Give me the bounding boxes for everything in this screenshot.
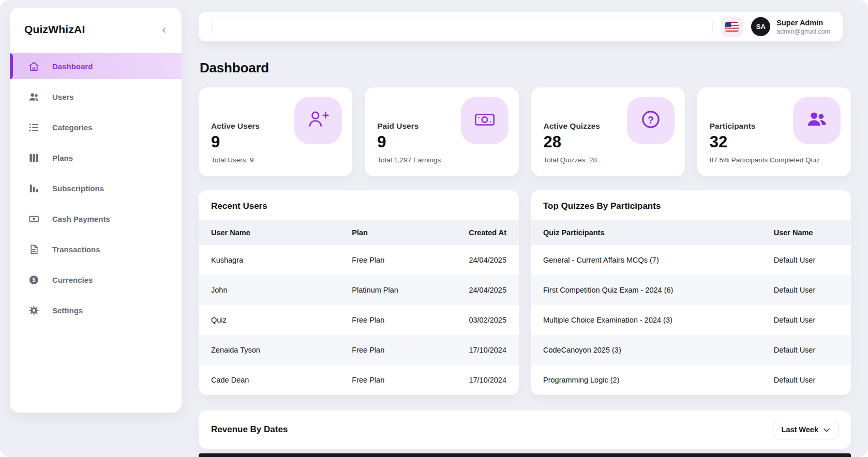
sidebar-item-label: Cash Payments <box>52 215 110 223</box>
language-selector[interactable] <box>721 17 743 37</box>
column-header: Quiz Participants <box>531 220 761 245</box>
table-header-row: Quiz Participants User Name <box>531 220 851 245</box>
table-row: CodeCanoyon 2025 (3) Default User <box>531 335 851 365</box>
cell-quiz-name: CodeCanoyon 2025 (3) <box>531 335 761 365</box>
tables-row: Recent Users User Name Plan Created At K… <box>199 190 851 395</box>
sidebar-item-plans[interactable]: Plans <box>10 145 182 171</box>
column-header: Plan <box>339 220 439 245</box>
sidebar: QuizWhizAI ‹ Dashboard Users <box>10 8 182 413</box>
revenue-title: Revenue By Dates <box>211 424 288 435</box>
chart-bars-icon <box>28 182 40 194</box>
banknote-icon <box>473 108 497 133</box>
sidebar-item-cash-payments[interactable]: Cash Payments <box>10 206 182 232</box>
stat-subtext: 87.5% Participants Completed Quiz <box>710 156 839 164</box>
table-row: General - Current Affairs MCQs (7) Defau… <box>531 245 851 275</box>
table-row: Zenaida Tyson Free Plan 17/10/2024 <box>199 335 519 365</box>
cell-plan: Free Plan <box>339 245 439 275</box>
stat-subtext: Total 1,297 Earnings <box>377 156 506 164</box>
page-title: Dashboard <box>200 60 851 76</box>
list-icon <box>28 121 40 133</box>
cell-plan: Free Plan <box>339 365 439 395</box>
table-row: Programming Logic (2) Default User <box>531 365 851 395</box>
users-icon <box>28 91 40 103</box>
svg-text:$: $ <box>33 277 36 283</box>
sidebar-item-subscriptions[interactable]: Subscriptions <box>10 175 182 201</box>
sidebar-collapse-button[interactable]: ‹ <box>160 23 168 36</box>
user-plus-icon <box>306 108 330 133</box>
stat-card-active-quizzes: ? Active Quizzes 28 Total Quizzes: 28 <box>531 87 685 176</box>
sidebar-item-label: Subscriptions <box>52 184 104 193</box>
dollar-circle-icon: $ <box>28 274 40 286</box>
cell-plan: Platinum Plan <box>339 275 439 305</box>
sidebar-item-users[interactable]: Users <box>10 84 182 110</box>
stat-card-paid-users: Paid Users 9 Total 1,297 Earnings <box>365 87 518 176</box>
stat-icon-tile <box>461 97 508 144</box>
table-row: First Competition Quiz Exam - 2024 (6) D… <box>531 275 851 305</box>
people-group-icon <box>805 108 829 133</box>
cell-user-name: Default User <box>761 245 851 275</box>
sidebar-item-settings[interactable]: Settings <box>10 297 182 323</box>
table-row: Multiple Choice Examination - 2024 (3) D… <box>531 305 851 335</box>
content: Dashboard Active Users 9 Total Users: 9 <box>182 41 851 457</box>
cell-quiz-name: First Competition Quiz Exam - 2024 (6) <box>531 275 761 305</box>
chevron-left-icon: ‹ <box>162 22 166 36</box>
revenue-chart-edge <box>199 453 851 457</box>
table-header-row: User Name Plan Created At <box>199 220 519 245</box>
table-row: Kushagra Free Plan 24/04/2025 <box>199 245 519 275</box>
sidebar-item-label: Users <box>52 93 74 101</box>
cell-user-name: Kushagra <box>199 245 339 275</box>
cell-plan: Free Plan <box>339 305 439 335</box>
column-header: Created At <box>439 220 519 245</box>
stat-icon-tile: ? <box>627 97 675 144</box>
stat-subtext: Total Users: 9 <box>211 156 340 164</box>
gear-icon <box>28 304 40 316</box>
profile-email: admin@gmail.com <box>776 28 830 35</box>
date-range-dropdown[interactable]: Last Week <box>773 420 839 439</box>
sidebar-item-currencies[interactable]: $ Currencies <box>10 267 182 293</box>
cell-created-at: 17/10/2024 <box>439 365 519 395</box>
sidebar-item-label: Currencies <box>52 276 93 284</box>
profile-menu[interactable]: SA Super Admin admin@gmail.com <box>751 17 830 36</box>
stat-icon-tile <box>793 97 841 144</box>
sidebar-header: QuizWhizAI ‹ <box>10 8 182 40</box>
table-row: Quiz Free Plan 03/02/2025 <box>199 305 519 335</box>
columns-icon <box>28 152 40 164</box>
top-quizzes-table: Quiz Participants User Name General - Cu… <box>531 220 851 395</box>
sidebar-item-transactions[interactable]: Transactions <box>10 236 182 262</box>
sidebar-item-categories[interactable]: Categories <box>10 114 182 140</box>
profile-name: Super Admin <box>776 19 830 27</box>
stat-card-active-users: Active Users 9 Total Users: 9 <box>199 87 352 176</box>
recent-users-title: Recent Users <box>199 190 519 220</box>
table-row: Cade Dean Free Plan 17/10/2024 <box>199 365 519 395</box>
question-circle-icon: ? <box>639 108 663 133</box>
cell-user-name: Zenaida Tyson <box>199 335 339 365</box>
sidebar-item-dashboard[interactable]: Dashboard <box>10 53 182 79</box>
cell-quiz-name: Multiple Choice Examination - 2024 (3) <box>531 305 761 335</box>
chevron-down-icon <box>824 425 830 434</box>
column-header: User Name <box>761 220 851 245</box>
cell-user-name: Cade Dean <box>199 365 339 395</box>
home-icon <box>28 60 40 72</box>
cell-created-at: 03/02/2025 <box>439 305 519 335</box>
main-area: SA Super Admin admin@gmail.com Dashboard <box>182 0 851 457</box>
revenue-card: Revenue By Dates Last Week <box>199 410 851 449</box>
sidebar-nav: Dashboard Users Categories Plans <box>10 53 182 323</box>
cell-plan: Free Plan <box>339 335 439 365</box>
us-flag-icon <box>725 22 739 32</box>
sidebar-item-label: Settings <box>52 306 83 315</box>
cell-user-name: Default User <box>761 335 851 365</box>
stat-icon-tile <box>294 97 342 144</box>
topbar: SA Super Admin admin@gmail.com <box>199 12 843 41</box>
top-quizzes-title: Top Quizzes By Participants <box>531 190 851 220</box>
cell-user-name: Default User <box>761 275 851 305</box>
stats-row: Active Users 9 Total Users: 9 Paid Users… <box>199 87 851 176</box>
sidebar-item-label: Categories <box>52 123 93 132</box>
cell-created-at: 17/10/2024 <box>439 335 519 365</box>
cell-user-name: Quiz <box>199 305 339 335</box>
cell-quiz-name: Programming Logic (2) <box>531 365 761 395</box>
search-input[interactable] <box>211 17 713 37</box>
recent-users-card: Recent Users User Name Plan Created At K… <box>199 190 519 395</box>
cell-created-at: 24/04/2025 <box>439 245 519 275</box>
sidebar-item-label: Dashboard <box>52 62 93 71</box>
app-background: QuizWhizAI ‹ Dashboard Users <box>0 0 868 457</box>
